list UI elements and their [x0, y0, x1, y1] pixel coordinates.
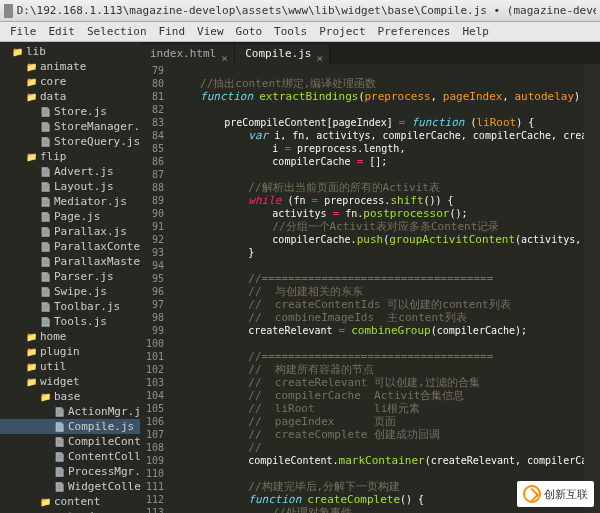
- folder-core[interactable]: core: [0, 74, 140, 89]
- folder-base[interactable]: base: [0, 389, 140, 404]
- menu-project[interactable]: Project: [313, 25, 371, 38]
- menu-goto[interactable]: Goto: [230, 25, 269, 38]
- folder-animate[interactable]: animate: [0, 59, 140, 74]
- menu-bar: FileEditSelectionFindViewGotoToolsProjec…: [0, 22, 600, 42]
- tab-compile-js[interactable]: Compile.js×: [235, 44, 330, 64]
- close-icon[interactable]: ×: [221, 49, 229, 57]
- folder-home[interactable]: home: [0, 329, 140, 344]
- menu-tools[interactable]: Tools: [268, 25, 313, 38]
- code-area: 79 80 81 82 83 84 85 86 87 88 89 90 91 9…: [140, 64, 600, 513]
- window-titlebar[interactable]: D:\192.168.1.113\magazine-develop\assets…: [0, 0, 600, 22]
- menu-preferences[interactable]: Preferences: [372, 25, 457, 38]
- folder-flip[interactable]: flip: [0, 149, 140, 164]
- sidebar[interactable]: libanimatecoredataStore.jsStoreManager.j…: [0, 42, 140, 513]
- folder-extend[interactable]: extend: [0, 509, 140, 513]
- file-mediator-js[interactable]: Mediator.js: [0, 194, 140, 209]
- brand-logo-icon: [523, 485, 541, 503]
- file-tree: libanimatecoredataStore.jsStoreManager.j…: [0, 42, 140, 513]
- file-page-js[interactable]: Page.js: [0, 209, 140, 224]
- file-swipe-js[interactable]: Swipe.js: [0, 284, 140, 299]
- file-storequery-js[interactable]: StoreQuery.js: [0, 134, 140, 149]
- file-parallaxcontent-js[interactable]: ParallaxContent.js: [0, 239, 140, 254]
- folder-lib[interactable]: lib: [0, 44, 140, 59]
- file-storemanager-js[interactable]: StoreManager.js: [0, 119, 140, 134]
- file-processmgr-js[interactable]: ProcessMgr.js: [0, 464, 140, 479]
- file-actionmgr-js[interactable]: ActionMgr.js: [0, 404, 140, 419]
- brand-text: 创新互联: [544, 487, 588, 502]
- file-parallaxmaster-js[interactable]: ParallaxMaster.js: [0, 254, 140, 269]
- file-compilecontent-js[interactable]: CompileContent.js: [0, 434, 140, 449]
- line-gutter: 79 80 81 82 83 84 85 86 87 88 89 90 91 9…: [140, 64, 170, 513]
- editor: index.html×Compile.js× 79 80 81 82 83 84…: [140, 42, 600, 513]
- menu-file[interactable]: File: [4, 25, 43, 38]
- minimap[interactable]: [584, 64, 600, 513]
- menu-edit[interactable]: Edit: [43, 25, 82, 38]
- file-tools-js[interactable]: Tools.js: [0, 314, 140, 329]
- folder-data[interactable]: data: [0, 89, 140, 104]
- close-icon[interactable]: ×: [316, 49, 324, 57]
- folder-widget[interactable]: widget: [0, 374, 140, 389]
- file-contentcollection-j[interactable]: ContentCollection.j: [0, 449, 140, 464]
- brand-watermark: 创新互联: [517, 481, 594, 507]
- tab-index-html[interactable]: index.html×: [140, 44, 235, 64]
- file-compile-js[interactable]: Compile.js: [0, 419, 140, 434]
- file-widgetcollection-js[interactable]: WidgetCollection.js: [0, 479, 140, 494]
- folder-plugin[interactable]: plugin: [0, 344, 140, 359]
- menu-help[interactable]: Help: [456, 25, 495, 38]
- file-parallax-js[interactable]: Parallax.js: [0, 224, 140, 239]
- menu-selection[interactable]: Selection: [81, 25, 153, 38]
- code-lines[interactable]: //抽出content绑定,编译处理函数 function extractBin…: [170, 64, 584, 513]
- menu-view[interactable]: View: [191, 25, 230, 38]
- file-store-js[interactable]: Store.js: [0, 104, 140, 119]
- app-icon: [4, 4, 13, 18]
- tab-bar: index.html×Compile.js×: [140, 42, 600, 64]
- file-toolbar-js[interactable]: Toolbar.js: [0, 299, 140, 314]
- file-layout-js[interactable]: Layout.js: [0, 179, 140, 194]
- folder-content[interactable]: content: [0, 494, 140, 509]
- folder-util[interactable]: util: [0, 359, 140, 374]
- file-advert-js[interactable]: Advert.js: [0, 164, 140, 179]
- file-parser-js[interactable]: Parser.js: [0, 269, 140, 284]
- menu-find[interactable]: Find: [153, 25, 192, 38]
- window-title: D:\192.168.1.113\magazine-develop\assets…: [17, 3, 596, 18]
- main-area: libanimatecoredataStore.jsStoreManager.j…: [0, 42, 600, 513]
